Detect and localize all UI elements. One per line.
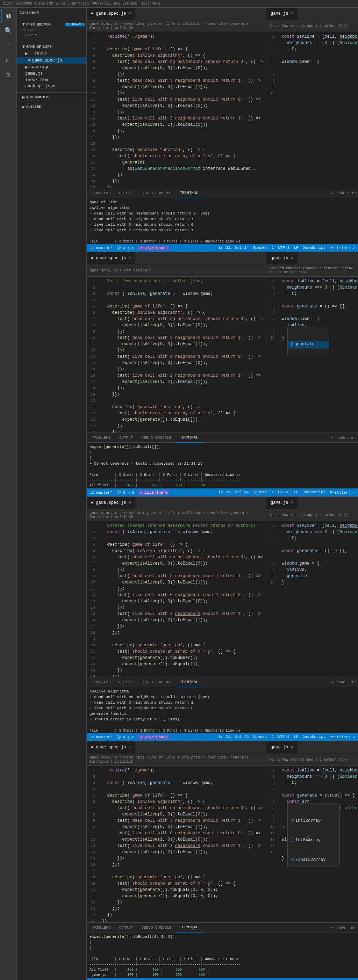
output-tab-4[interactable]: OUTPUT bbox=[115, 923, 137, 932]
split-btn-1[interactable]: ⊟ bbox=[351, 191, 353, 195]
terminal-tab-1[interactable]: TERMINAL bbox=[176, 188, 203, 198]
sidebar-group1[interactable]: GROUP 1 bbox=[17, 28, 86, 33]
right-tab-close-1[interactable]: × bbox=[290, 11, 293, 16]
live-share-2[interactable]: ↗ Live Share bbox=[139, 490, 169, 495]
git-sync-2[interactable]: ⓪ 0 △ 0 bbox=[117, 490, 134, 495]
tab-close-3[interactable]: × bbox=[128, 500, 131, 506]
lang-1[interactable]: JavaScript bbox=[302, 246, 326, 250]
right-tab-3[interactable]: game.js × bbox=[266, 497, 298, 509]
right-code-content-3[interactable]: const isAlive = (cell, neighbours) => ne… bbox=[279, 521, 358, 677]
close-btn-2[interactable]: × bbox=[354, 435, 356, 440]
autocomplete-2[interactable]: ƒ generate bbox=[288, 327, 329, 355]
code-area-1[interactable]: 12345 678910 1112131415 1617181920 21222… bbox=[87, 32, 266, 188]
right-tab-1[interactable]: game.js × bbox=[266, 8, 298, 19]
code-area-2[interactable]: 12345 678910 1112131415 1617181920 21222… bbox=[87, 277, 266, 433]
git-branch-2[interactable]: ⎇ master* bbox=[90, 490, 113, 495]
sidebar-tests-dir[interactable]: ▶ __tests__ bbox=[17, 50, 86, 57]
split-btn-2[interactable]: ⊟ bbox=[351, 435, 353, 440]
code-content-4[interactable]: require('../game'); const { isAlive, gen… bbox=[99, 766, 266, 922]
git-sync-1[interactable]: ⓪ 0 △ 0 bbox=[117, 245, 134, 250]
sidebar-game-js[interactable]: game.js bbox=[17, 71, 86, 77]
autocomplete-4[interactable]: ⬡Int32Array ⬡Int64Array ⬡Float32Array ⬡F… bbox=[288, 803, 340, 867]
sidebar-coverage-dir[interactable]: ▶ coverage bbox=[17, 64, 86, 71]
prettier-1[interactable]: Prettier: ✓ bbox=[330, 246, 355, 250]
plus-btn-3[interactable]: + bbox=[347, 680, 349, 684]
extensions-activity-icon[interactable]: ⊞ bbox=[2, 68, 15, 82]
tab-game-spec-4[interactable]: ● game.spec.js × bbox=[87, 741, 136, 753]
right-code-area-2[interactable]: 12345 678910 const isAlive = (cell, neig… bbox=[266, 277, 358, 433]
code-area-4[interactable]: 12345 678910 1112131415 1617181920 21222… bbox=[87, 766, 266, 922]
tab-game-spec-3[interactable]: ● game.spec.js × bbox=[87, 497, 136, 509]
debug-console-tab-4[interactable]: DEBUG CONSOLE bbox=[137, 923, 176, 932]
right-tab-close-4[interactable]: × bbox=[290, 745, 293, 750]
code-area-3[interactable]: 12345 678910 1112131415 1617181920 21222… bbox=[87, 521, 266, 677]
lang-3[interactable]: JavaScript bbox=[302, 735, 326, 739]
debug-console-tab-1[interactable]: DEBUG CONSOLE bbox=[137, 188, 176, 198]
search-activity-icon[interactable]: 🔍 bbox=[2, 24, 15, 38]
git-activity-icon[interactable]: ⑂ bbox=[2, 38, 15, 52]
suggestion-float32[interactable]: ⬡Float32Array bbox=[288, 856, 339, 863]
open-editors-header[interactable]: ▼ OPEN EDITORS 1 UNSAVED bbox=[17, 21, 86, 28]
right-code-content-2[interactable]: const isAlive = (cell, neighbours) => ne… bbox=[279, 277, 358, 433]
right-tab-close-2[interactable]: × bbox=[290, 255, 293, 261]
git-branch-1[interactable]: ⎇ master* bbox=[90, 246, 113, 250]
split-btn-4[interactable]: ⊟ bbox=[351, 925, 353, 930]
right-tab-close-3[interactable]: × bbox=[290, 500, 293, 506]
output-tab-1[interactable]: OUTPUT bbox=[115, 188, 137, 198]
tab-close-4[interactable]: × bbox=[128, 745, 131, 750]
split-btn-3[interactable]: ⊟ bbox=[351, 680, 353, 684]
git-sync-3[interactable]: ⓪ 0 △ 0 bbox=[117, 734, 134, 740]
right-code-content-4[interactable]: const isAlive = (cell, neighbours) => ne… bbox=[279, 766, 358, 922]
right-tab-4[interactable]: game.js × bbox=[266, 741, 298, 753]
sidebar-package-json[interactable]: package.json bbox=[17, 83, 86, 89]
problems-tab-4[interactable]: PROBLEMS bbox=[88, 923, 115, 932]
tab-game-spec-2[interactable]: ● game.spec.js × bbox=[87, 252, 136, 264]
tab-game-spec-1[interactable]: ● game.spec.js × bbox=[87, 8, 136, 19]
debug-activity-icon[interactable]: ▷ bbox=[2, 53, 15, 67]
git-branch-3[interactable]: ⎇ master* bbox=[90, 735, 113, 739]
problems-tab-3[interactable]: PROBLEMS bbox=[88, 678, 115, 687]
files-activity-icon[interactable]: ⧉ bbox=[2, 9, 15, 23]
suggestion-item-generate[interactable]: ƒ generate bbox=[288, 340, 329, 348]
sidebar-game-spec[interactable]: ● game.spec.js bbox=[17, 57, 86, 64]
plus-btn-4[interactable]: + bbox=[347, 925, 349, 930]
tab-close-2[interactable]: × bbox=[128, 255, 131, 261]
prettier-3[interactable]: Prettier: ✓ bbox=[330, 735, 355, 739]
lang-2[interactable]: JavaScript bbox=[302, 490, 326, 494]
code-content-1[interactable]: require('../game'); describe('game of li… bbox=[99, 32, 266, 188]
plus-btn-2[interactable]: + bbox=[347, 435, 349, 440]
breadcrumb-text-4: game.spec.js > describe('game of life') … bbox=[90, 755, 263, 764]
right-code-area-3[interactable]: 12345 678910 const isAlive = (cell, neig… bbox=[266, 521, 358, 677]
problems-tab-1[interactable]: PROBLEMS bbox=[88, 188, 115, 198]
code-content-2[interactable]: You a few seconds ago | 1 author (You) c… bbox=[99, 277, 266, 433]
outline-header[interactable]: ▶ OUTLINE bbox=[17, 104, 86, 110]
output-tab-3[interactable]: OUTPUT bbox=[115, 678, 137, 687]
prettier-2[interactable]: Prettier: ✓ bbox=[330, 490, 355, 495]
output-tab-2[interactable]: OUTPUT bbox=[115, 433, 137, 443]
live-share-1[interactable]: ↗ Live Share bbox=[139, 246, 169, 250]
right-code-area-1[interactable]: 12345 678910 const isAlive = (cell, neig… bbox=[266, 32, 358, 188]
close-btn-3[interactable]: × bbox=[354, 680, 356, 684]
sidebar-index-htm[interactable]: index.htm bbox=[17, 77, 86, 83]
right-code-content-1[interactable]: const isAlive = (cell, neighbours) => ne… bbox=[279, 32, 358, 188]
live-share-3[interactable]: ↗ Live Share bbox=[139, 735, 169, 739]
debug-console-tab-2[interactable]: DEBUG CONSOLE bbox=[137, 433, 176, 443]
terminal-tab-4[interactable]: TERMINAL bbox=[176, 923, 203, 932]
suggestion-int64[interactable]: ⬡Int64Array bbox=[288, 837, 339, 844]
terminal-tab-2[interactable]: TERMINAL bbox=[176, 433, 203, 443]
right-code-area-4[interactable]: 12345 678910 11121314 const isAlive = (c… bbox=[266, 766, 358, 922]
problems-tab-2[interactable]: PROBLEMS bbox=[88, 433, 115, 443]
close-btn-4[interactable]: × bbox=[354, 925, 356, 930]
game-of-life-header[interactable]: ▼ GAME-OF-LIFE bbox=[17, 44, 86, 50]
terminal-tab-3[interactable]: TERMINAL bbox=[176, 678, 203, 687]
spaces-3: Spaces: 2 bbox=[253, 735, 274, 739]
sidebar-group2[interactable]: GROUP 2 bbox=[17, 33, 86, 38]
debug-console-tab-3[interactable]: DEBUG CONSOLE bbox=[137, 678, 176, 687]
tab-close-1[interactable]: × bbox=[128, 11, 131, 16]
code-content-3[interactable]: Unsaved changes (cannot determine recent… bbox=[99, 521, 266, 677]
close-btn-1[interactable]: × bbox=[354, 191, 356, 195]
npm-scripts-header[interactable]: ▶ NPM SCRIPTS bbox=[17, 94, 86, 100]
plus-btn-1[interactable]: + bbox=[347, 191, 349, 195]
suggestion-int32[interactable]: ⬡Int32Array bbox=[288, 817, 339, 824]
right-tab-2[interactable]: game.js × bbox=[266, 252, 298, 264]
